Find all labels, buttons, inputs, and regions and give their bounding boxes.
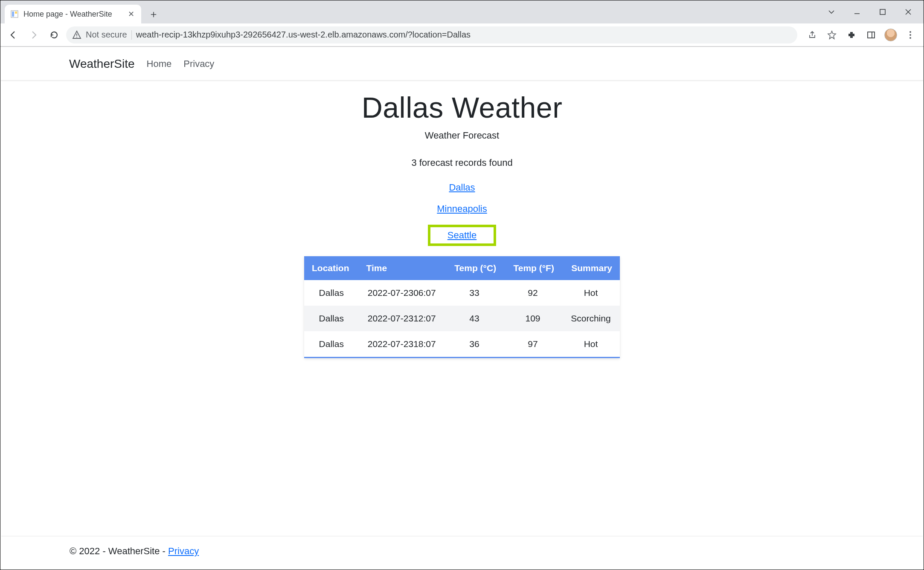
highlight-box: Seattle [428,225,497,246]
footer-privacy-link[interactable]: Privacy [168,546,199,556]
tab-strip: Home page - WeatherSite ✕ ＋ [0,0,924,23]
share-icon[interactable] [803,26,821,43]
city-links: Dallas Minneapolis Seattle [1,182,923,246]
cell-summary: Hot [562,280,620,306]
minimize-icon[interactable] [844,3,870,20]
city-link-dallas[interactable]: Dallas [449,182,475,193]
th-temp-c: Temp (°C) [445,256,504,280]
page-subtitle: Weather Forecast [1,130,923,141]
reload-button[interactable] [46,26,63,43]
footer-text: © 2022 - WeatherSite - [70,546,168,556]
svg-point-11 [909,31,911,33]
bookmark-star-icon[interactable] [823,26,841,43]
table-row: Dallas 2022-07-2312:07 43 109 Scorching [304,306,620,331]
cell-temp-f: 97 [504,331,562,358]
cell-temp-c: 36 [445,331,504,358]
page-body: Dallas Weather Weather Forecast 3 foreca… [1,81,923,358]
svg-rect-1 [12,12,14,17]
profile-avatar[interactable] [882,26,900,43]
cell-summary: Hot [562,331,620,358]
close-window-icon[interactable] [895,3,921,20]
th-temp-f: Temp (°F) [504,256,562,280]
svg-point-8 [76,36,77,37]
svg-point-12 [909,34,911,36]
window-controls [819,0,921,23]
nav-link-home[interactable]: Home [147,58,172,69]
th-time: Time [359,256,445,280]
cell-location: Dallas [304,280,359,306]
svg-rect-2 [15,12,17,14]
cell-temp-f: 92 [504,280,562,306]
cell-temp-f: 109 [504,306,562,331]
th-location: Location [304,256,359,280]
site-nav: WeatherSite Home Privacy [1,47,923,81]
cell-temp-c: 43 [445,306,504,331]
tab-title: Home page - WeatherSite [23,10,122,19]
side-panel-icon[interactable] [862,26,880,43]
address-bar[interactable]: Not secure weath-recip-13khzp9ixuhp3-292… [66,26,797,43]
extensions-icon[interactable] [843,26,860,43]
cell-time: 2022-07-2318:07 [359,331,445,358]
page-viewport: WeatherSite Home Privacy Dallas Weather … [1,47,923,569]
site-brand[interactable]: WeatherSite [69,57,135,71]
table-row: Dallas 2022-07-2306:07 33 92 Hot [304,280,620,306]
records-found: 3 forecast records found [1,157,923,168]
kebab-menu-icon[interactable] [901,26,919,43]
svg-point-13 [909,37,911,39]
th-summary: Summary [562,256,620,280]
browser-toolbar: Not secure weath-recip-13khzp9ixuhp3-292… [0,23,924,46]
cell-location: Dallas [304,306,359,331]
table-header-row: Location Time Temp (°C) Temp (°F) Summar… [304,256,620,280]
cell-time: 2022-07-2306:07 [359,280,445,306]
forecast-table: Location Time Temp (°C) Temp (°F) Summar… [304,256,620,358]
favicon-icon [10,9,19,19]
close-tab-icon[interactable]: ✕ [126,9,136,20]
cell-summary: Scorching [562,306,620,331]
back-button[interactable] [5,26,22,43]
nav-link-privacy[interactable]: Privacy [183,58,214,69]
browser-tab[interactable]: Home page - WeatherSite ✕ [5,5,141,23]
new-tab-button[interactable]: ＋ [145,6,162,22]
cell-temp-c: 33 [445,280,504,306]
cell-time: 2022-07-2312:07 [359,306,445,331]
toolbar-right [803,26,919,43]
not-secure-icon [72,30,81,40]
forward-button[interactable] [25,26,42,43]
svg-rect-9 [868,32,875,38]
cell-location: Dallas [304,331,359,358]
caret-down-icon[interactable] [819,3,844,20]
page-footer: © 2022 - WeatherSite - Privacy [1,536,923,569]
city-link-minneapolis[interactable]: Minneapolis [437,203,487,214]
table-row: Dallas 2022-07-2318:07 36 97 Hot [304,331,620,358]
not-secure-label: Not secure [86,30,127,40]
url-text: weath-recip-13khzp9ixuhp3-292656427.us-w… [136,30,791,40]
svg-rect-4 [880,9,885,14]
browser-chrome: Home page - WeatherSite ✕ ＋ Not secure w… [0,0,924,47]
page-title: Dallas Weather [1,91,923,124]
address-separator [131,30,132,40]
maximize-icon[interactable] [870,3,895,20]
city-link-seattle[interactable]: Seattle [447,230,477,240]
